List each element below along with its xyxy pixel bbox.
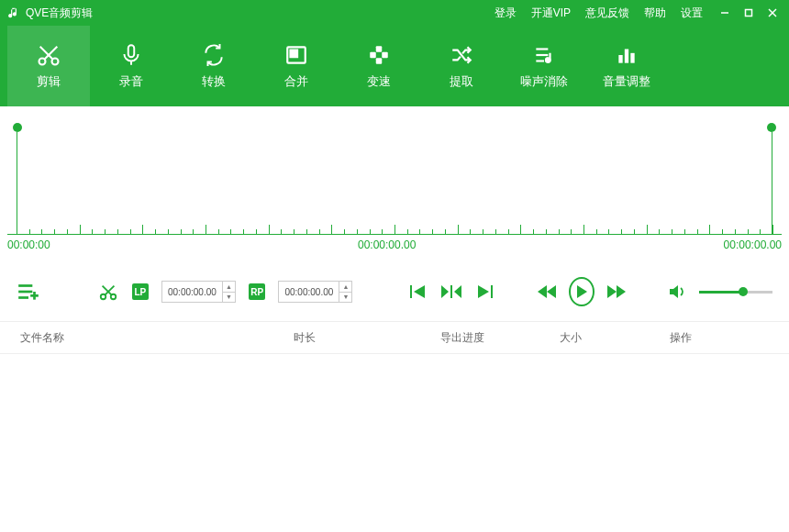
right-marker-line (772, 132, 772, 234)
convert-icon (202, 42, 226, 68)
app-title: QVE音频剪辑 (26, 6, 93, 21)
svg-rect-32 (410, 285, 412, 298)
tab-denoise[interactable]: 噪声消除 (503, 26, 585, 106)
time-end: 00:00:00.00 (724, 238, 782, 251)
svg-marker-40 (547, 285, 556, 298)
svg-rect-21 (625, 50, 628, 63)
waveform-area: 00:00:00 00:00:00.00 00:00:00.00 (7, 106, 782, 262)
rewind-button[interactable] (538, 285, 556, 298)
cut-icon (35, 42, 62, 68)
feedback-link[interactable]: 意见反馈 (585, 6, 629, 21)
col-size: 大小 (560, 330, 670, 346)
rp-down[interactable]: ▼ (339, 293, 351, 303)
controls-bar: LP 00:00:00.00 ▲▼ RP 00:00:00.00 ▲▼ (0, 262, 789, 321)
col-duration: 时长 (294, 330, 440, 346)
left-marker[interactable] (13, 123, 22, 132)
lp-time-input[interactable]: 00:00:00.00 ▲▼ (161, 281, 236, 303)
minimize-button[interactable] (716, 4, 734, 22)
svg-marker-41 (577, 285, 587, 298)
tab-label: 剪辑 (37, 73, 61, 90)
time-mid: 00:00:00.00 (358, 238, 416, 251)
svg-rect-20 (618, 55, 622, 63)
svg-marker-42 (607, 285, 617, 298)
file-list-header: 文件名称 时长 导出进度 大小 操作 (0, 321, 789, 354)
svg-marker-34 (441, 285, 449, 298)
maximize-button[interactable] (739, 4, 758, 22)
timeline-ticks (17, 225, 772, 234)
tab-convert[interactable]: 转换 (172, 26, 255, 106)
tab-merge[interactable]: 合并 (255, 26, 338, 106)
tab-label: 变速 (367, 73, 391, 90)
tab-label: 提取 (450, 73, 473, 90)
tab-label: 合并 (284, 73, 308, 90)
rp-badge[interactable]: RP (249, 283, 265, 300)
svg-rect-11 (291, 50, 298, 58)
volume-icon[interactable] (670, 284, 686, 299)
svg-rect-22 (630, 53, 634, 63)
svg-rect-38 (491, 285, 493, 298)
tab-cut[interactable]: 剪辑 (7, 26, 90, 106)
nav-tabs: 剪辑 录音 转换 合并 变速 提取 噪声消除 (0, 26, 789, 106)
waveform-canvas[interactable] (7, 106, 782, 235)
svg-marker-33 (414, 285, 425, 298)
svg-marker-44 (670, 285, 678, 298)
equalizer-icon (615, 42, 639, 68)
play-button[interactable] (569, 277, 594, 306)
help-link[interactable]: 帮助 (644, 6, 666, 21)
left-marker-line (17, 132, 17, 234)
speed-icon (367, 42, 391, 68)
svg-rect-13 (376, 58, 383, 64)
col-operation: 操作 (670, 330, 789, 346)
svg-marker-43 (617, 285, 626, 298)
svg-marker-37 (478, 285, 489, 298)
lp-badge[interactable]: LP (132, 283, 149, 300)
rp-up[interactable]: ▲ (339, 282, 351, 293)
volume-slider[interactable] (699, 291, 773, 294)
svg-rect-8 (128, 45, 135, 57)
app-logo-icon (7, 6, 20, 19)
svg-marker-39 (538, 285, 547, 298)
tab-label: 音量调整 (603, 73, 650, 90)
svg-rect-12 (376, 46, 383, 52)
tab-speed[interactable]: 变速 (338, 26, 420, 106)
login-link[interactable]: 登录 (495, 6, 517, 21)
forward-button[interactable] (607, 285, 626, 298)
col-progress: 导出进度 (440, 330, 560, 346)
vip-link[interactable]: 开通VIP (531, 6, 571, 21)
shuffle-icon (450, 42, 473, 68)
denoise-icon (532, 42, 556, 68)
merge-icon (284, 42, 308, 68)
tab-volume[interactable]: 音量调整 (585, 26, 668, 106)
tab-label: 噪声消除 (520, 73, 568, 90)
lp-up[interactable]: ▲ (223, 282, 235, 293)
titlebar: QVE音频剪辑 登录 开通VIP 意见反馈 帮助 设置 (0, 0, 789, 26)
settings-link[interactable]: 设置 (681, 6, 703, 21)
rp-time-input[interactable]: 00:00:00.00 ▲▼ (278, 281, 352, 303)
tab-label: 转换 (202, 73, 226, 90)
mic-icon (119, 42, 143, 68)
tab-label: 录音 (119, 73, 143, 90)
tab-record[interactable]: 录音 (90, 26, 172, 106)
cut-selection-button[interactable] (97, 282, 119, 302)
add-list-button[interactable] (17, 282, 40, 302)
volume-handle[interactable] (739, 287, 748, 296)
right-marker[interactable] (767, 123, 776, 132)
goto-start-button[interactable] (409, 284, 428, 299)
close-button[interactable] (763, 4, 782, 22)
svg-point-19 (546, 58, 550, 61)
lp-down[interactable]: ▼ (223, 293, 235, 303)
col-filename: 文件名称 (0, 330, 294, 346)
svg-rect-15 (382, 52, 388, 59)
rp-time-value: 00:00:00.00 (284, 287, 333, 297)
svg-rect-1 (746, 10, 752, 17)
merge-markers-button[interactable] (440, 284, 462, 299)
svg-marker-36 (454, 285, 461, 298)
svg-rect-35 (450, 285, 452, 298)
goto-end-button[interactable] (475, 284, 494, 299)
svg-rect-14 (370, 52, 376, 59)
time-start: 00:00:00 (7, 238, 50, 251)
time-labels: 00:00:00 00:00:00.00 00:00:00.00 (7, 235, 782, 251)
tab-extract[interactable]: 提取 (420, 26, 503, 106)
lp-time-value: 00:00:00.00 (168, 287, 217, 297)
